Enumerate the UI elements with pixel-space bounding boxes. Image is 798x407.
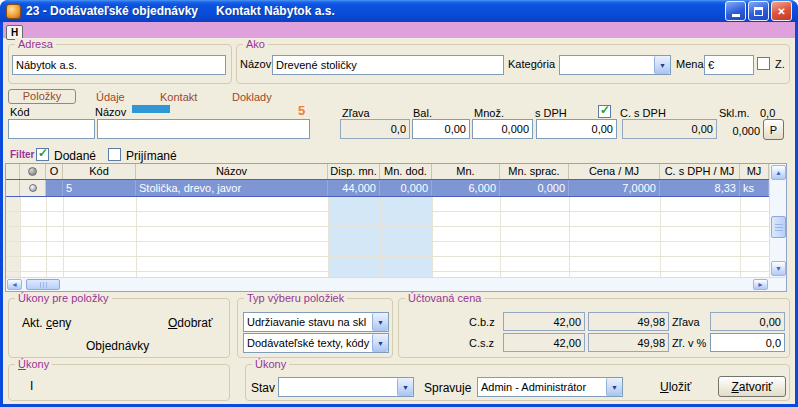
sdph-field[interactable]	[536, 119, 617, 139]
header-mn-sprac[interactable]: Mn. sprac.	[500, 164, 569, 179]
ukony-right-legend: Úkony	[252, 358, 289, 370]
ukony-polozky-legend: Úkony pre položky	[15, 292, 112, 304]
tab-doklady[interactable]: Doklady	[232, 91, 272, 103]
ulozit-action[interactable]: Uložiť	[660, 380, 691, 394]
app-icon	[6, 4, 21, 19]
odobrat-action[interactable]: Odobrať	[168, 316, 213, 330]
typ-vyberu-value-1: Udržiavanie stavu na skl	[244, 313, 372, 331]
z-label: Z.	[775, 58, 785, 70]
maximize-button[interactable]	[748, 1, 769, 21]
tab-polozky[interactable]: Položky	[8, 89, 76, 104]
titlebar[interactable]: 23 - Dodávateľské objednávkyKontakt Náby…	[0, 0, 798, 22]
table-row-selected[interactable]: 5 Stolička, drevo, javor 44,000 0,000 6,…	[6, 179, 769, 197]
mnoz-field[interactable]	[472, 119, 533, 139]
prijimane-label: Prijímané	[126, 149, 177, 163]
chevron-down-icon[interactable]: ▼	[372, 334, 388, 352]
dodane-checkbox[interactable]: ✓	[36, 148, 49, 161]
label-part: Akt.	[22, 316, 46, 330]
prijimane-checkbox[interactable]	[108, 148, 121, 161]
toolbar-strip	[3, 22, 795, 38]
zlava-field[interactable]	[340, 119, 410, 139]
objednavky-action[interactable]: Objednávky	[86, 339, 149, 353]
chevron-down-icon[interactable]: ▼	[372, 313, 388, 331]
typ-vyberu-legend: Typ výberu položiek	[244, 292, 347, 304]
typ-vyberu-value-2: Dodávateľské texty, kódy	[244, 334, 372, 352]
combo-arrow-glyph: ▼	[659, 62, 666, 69]
ako-legend: Ako	[243, 38, 268, 50]
table-empty-rows[interactable]	[6, 197, 769, 277]
header-mn[interactable]: Mn.	[432, 164, 500, 179]
header-csdph-mj[interactable]: C. s DPH / MJ	[660, 164, 740, 179]
csz-field-2[interactable]	[588, 333, 669, 352]
chevron-down-icon[interactable]: ▼	[654, 56, 670, 74]
header-mj[interactable]: MJ	[740, 164, 769, 179]
adresa-input[interactable]	[12, 55, 226, 75]
bal-field[interactable]	[412, 119, 470, 139]
vertical-scroll-thumb[interactable]	[771, 216, 786, 238]
stav-select[interactable]: ▼	[278, 377, 414, 397]
ukony-left-group: Úkony	[8, 364, 230, 401]
tab-kontakt[interactable]: Kontakt	[160, 91, 197, 103]
header-mn-dod[interactable]: Mn. dod.	[380, 164, 432, 179]
kod-input[interactable]	[8, 119, 95, 139]
sklm-top-value: 0,0	[760, 107, 775, 119]
csdph-field[interactable]	[622, 119, 717, 139]
item-count: 5	[298, 103, 305, 118]
check-icon: ✓	[600, 103, 610, 117]
vertical-scrollbar[interactable]: ▲ ▼	[769, 164, 786, 277]
cbz-field-1[interactable]	[503, 312, 585, 331]
header-disp-mn[interactable]: Disp. mn.	[328, 164, 380, 179]
kategoria-label: Kategória	[508, 58, 555, 70]
cbz-field-2[interactable]	[588, 312, 669, 331]
scroll-down-button[interactable]: ▼	[771, 261, 786, 276]
label-part: eny	[52, 316, 71, 330]
mnoz-label: Množ.	[474, 107, 504, 119]
mena-input[interactable]	[704, 55, 754, 75]
cell-disp-mn: 44,000	[328, 180, 380, 196]
z-checkbox[interactable]	[757, 57, 770, 70]
typ-vyberu-select-1[interactable]: Udržiavanie stavu na skl ▼	[243, 312, 389, 332]
mena-label: Mena	[676, 58, 704, 70]
entry-nazov-input[interactable]	[97, 119, 310, 139]
uctovana-zlava-label: Zľava	[672, 316, 700, 328]
nazov-input[interactable]	[272, 55, 504, 75]
kategoria-value	[560, 56, 654, 74]
typ-vyberu-select-2[interactable]: Dodávateľské texty, kódy ▼	[243, 333, 389, 353]
tab-udaje[interactable]: Údaje	[96, 91, 125, 103]
p-button[interactable]: P	[763, 119, 784, 140]
adresa-legend: Adresa	[15, 38, 56, 50]
row-gutter	[6, 180, 20, 196]
combo-arrow-glyph: ▼	[377, 319, 384, 326]
kategoria-select[interactable]: ▼	[559, 55, 671, 75]
horizontal-scroll-thumb[interactable]	[26, 279, 60, 290]
csz-field-1[interactable]	[503, 333, 585, 352]
scroll-up-button[interactable]: ▲	[771, 165, 786, 180]
header-cena-mj[interactable]: Cena / MJ	[569, 164, 660, 179]
header-nazov[interactable]: Názov	[136, 164, 328, 179]
minimize-icon	[732, 14, 740, 17]
zl-percent-field[interactable]	[710, 333, 785, 352]
check-icon: ✓	[38, 146, 48, 160]
chevron-down-icon[interactable]: ▼	[397, 378, 413, 396]
header-marker-column[interactable]	[20, 164, 46, 179]
spravuje-select[interactable]: Admin - Administrátor ▼	[477, 377, 623, 397]
minimize-button[interactable]	[725, 1, 746, 21]
combo-arrow-glyph: ▼	[402, 384, 409, 391]
scroll-left-button[interactable]: ◄	[7, 279, 22, 290]
cell-csdph-mj: 8,33	[660, 180, 740, 196]
cell-cena-mj: 7,0000	[569, 180, 660, 196]
cbz-label: C.b.z	[469, 316, 495, 328]
scroll-right-button[interactable]: ►	[753, 279, 768, 290]
horizontal-scrollbar[interactable]: ◄ ►	[6, 277, 786, 291]
akt-ceny-action[interactable]: Akt. ceny	[22, 316, 71, 330]
close-button[interactable]: ✕	[771, 1, 792, 21]
cell-o	[46, 180, 63, 196]
chevron-down-icon[interactable]: ▼	[606, 378, 622, 396]
uctovana-zlava-field[interactable]	[710, 312, 785, 331]
sdph-checkbox[interactable]: ✓	[598, 105, 611, 118]
label-part: dobrať	[177, 316, 212, 330]
header-kod[interactable]: Kód	[63, 164, 136, 179]
zatvorit-button[interactable]: Zatvoriť	[718, 376, 786, 397]
header-o[interactable]: O	[46, 164, 63, 179]
cell-nazov: Stolička, drevo, javor	[136, 180, 328, 196]
